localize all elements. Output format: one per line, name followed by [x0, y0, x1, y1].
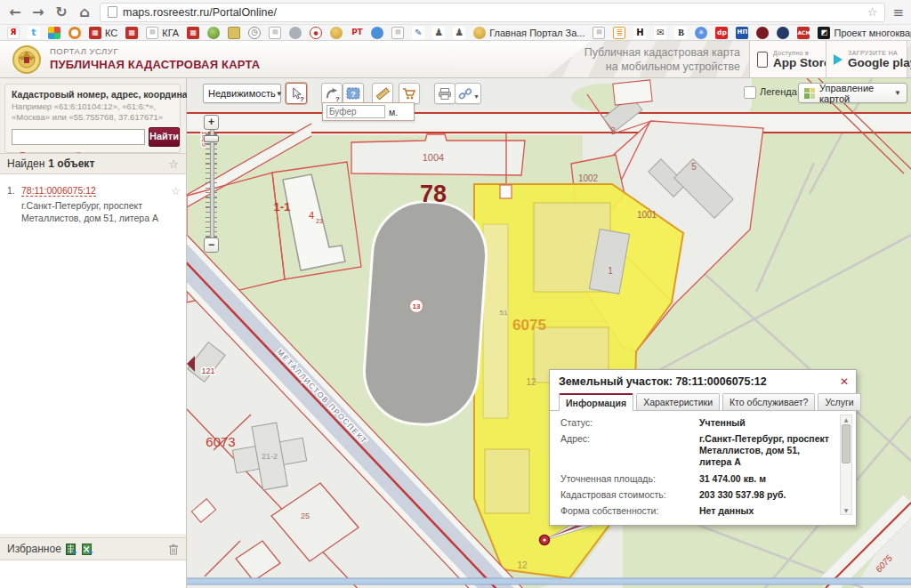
- share-link-button[interactable]: ▼: [455, 83, 481, 104]
- target-red-icon: ●: [310, 27, 322, 39]
- favorite-item-star-icon[interactable]: ☆: [171, 185, 181, 197]
- bookmark-clock[interactable]: ◷: [248, 27, 261, 39]
- sidebar: Кадастровый номер, адрес, координата: На…: [0, 78, 187, 588]
- water-line: [187, 578, 911, 584]
- tab-who-services[interactable]: Кто обслуживает?: [722, 393, 815, 410]
- bookmark-dp[interactable]: dp: [715, 27, 728, 39]
- zoom-in-button[interactable]: +: [204, 115, 219, 130]
- popup-tabs: Информация Характеристики Кто обслуживае…: [559, 393, 856, 410]
- favorite-all-star-icon[interactable]: ☆: [168, 157, 179, 171]
- map-control-button[interactable]: Управление картой ▼: [798, 83, 907, 103]
- bookmark-orange-ring[interactable]: [69, 27, 81, 39]
- measure-tool-button[interactable]: [372, 83, 393, 104]
- bookmark-pin-green[interactable]: [207, 27, 220, 39]
- bookmark-yandex[interactable]: Я: [7, 27, 20, 39]
- bookmark-drop-blue[interactable]: [371, 27, 383, 39]
- zoom-slider-handle[interactable]: [204, 135, 219, 142]
- find-button[interactable]: Найти: [149, 127, 180, 147]
- tab-services[interactable]: Услуги: [818, 393, 860, 410]
- row-label: Уточненная площадь:: [560, 473, 692, 485]
- bookmark-person-1[interactable]: ♟: [432, 27, 445, 39]
- bookmark-np[interactable]: НП: [736, 27, 748, 39]
- bookmark-orn-circle[interactable]: [756, 27, 769, 39]
- url-text[interactable]: maps.rosreestr.ru/PortalOnline/: [123, 6, 277, 19]
- sidebar-footer: [0, 560, 186, 588]
- bookmark-color-grid[interactable]: [48, 27, 60, 39]
- scroll-up-icon[interactable]: ▲: [841, 416, 851, 423]
- bookmark-badge-yellow[interactable]: [228, 27, 240, 39]
- bookmark-twitter[interactable]: t: [28, 27, 40, 39]
- bookmark-coat-of-arms[interactable]: [330, 27, 343, 39]
- sidebar-collapse-arrow[interactable]: [187, 356, 195, 372]
- scroll-thumb[interactable]: [842, 424, 851, 463]
- identify-tool-button[interactable]: ?: [286, 83, 307, 104]
- export-excel-2-icon[interactable]: [82, 544, 93, 555]
- map-marker[interactable]: [540, 536, 550, 545]
- bookmark-asn[interactable]: АСН: [797, 27, 810, 39]
- bookmark-doc-3[interactable]: ▤: [391, 27, 404, 39]
- zoom-slider-track[interactable]: [206, 130, 217, 238]
- bookmark-pencil[interactable]: ✎: [412, 27, 424, 39]
- search-input[interactable]: [12, 129, 145, 145]
- browser-menu-icon[interactable]: ≡: [892, 4, 904, 20]
- info-row-value: Кадастровая стоимость: 203 330 537.98 ру…: [560, 489, 833, 501]
- bookmark-doc-4[interactable]: ▤: [593, 27, 605, 39]
- result-item[interactable]: 1. 78:11:0006075:12 ☆: [7, 185, 181, 197]
- bookmark-sail-dark[interactable]: [777, 27, 789, 39]
- export-excel-icon[interactable]: [66, 544, 77, 555]
- results-header: Найден 1 объект ☆: [0, 153, 186, 174]
- map-label: 13: [413, 302, 421, 310]
- address-bar[interactable]: maps.rosreestr.ru/PortalOnline/ ☆: [100, 3, 885, 22]
- bookmark-person-2[interactable]: ♟: [453, 27, 465, 39]
- print-button[interactable]: [434, 83, 456, 104]
- bookmark-un-globe[interactable]: ✳: [695, 27, 707, 39]
- bookmark-doc-2[interactable]: ▤: [269, 27, 281, 39]
- bookmark-tasks-orange[interactable]: ≣: [613, 27, 625, 39]
- bookmark-pin-gray[interactable]: [289, 27, 302, 39]
- portal-label: ПОРТАЛ УСЛУГ: [50, 46, 260, 56]
- map-viewport[interactable]: 1004781-1423135160751212607321-225121351…: [187, 78, 911, 588]
- badge-yellow-icon: [228, 27, 240, 39]
- close-icon[interactable]: ✕: [840, 375, 849, 388]
- bookmark-mail[interactable]: ✉: [654, 27, 666, 39]
- bookmark-b-letter[interactable]: В: [674, 27, 687, 39]
- stadium-building[interactable]: [360, 198, 489, 428]
- tab-information[interactable]: Информация: [559, 393, 633, 411]
- h-letter-icon: Н: [633, 27, 646, 39]
- tab-characteristics[interactable]: Характеристики: [636, 393, 720, 410]
- layer-select[interactable]: Недвижимость ▼: [203, 84, 281, 103]
- bookmark-star-icon[interactable]: ☆: [867, 5, 878, 19]
- forward-icon[interactable]: →: [30, 5, 46, 20]
- clock-icon: ◷: [248, 27, 261, 39]
- portal-logo-icon: [11, 44, 43, 76]
- buffer-input[interactable]: [327, 105, 385, 118]
- reload-icon[interactable]: ↻: [53, 5, 69, 20]
- home-icon[interactable]: ⌂: [77, 5, 93, 20]
- bookmark-project[interactable]: ◩Проект многокварт...: [818, 27, 911, 39]
- layers-grid-icon: [804, 88, 815, 99]
- bookmark-rt[interactable]: РТ: [351, 27, 363, 39]
- legend-checkbox[interactable]: [744, 86, 756, 99]
- bookmark-red-grid-3[interactable]: ▦: [187, 27, 199, 39]
- row-value: 31 474.00 кв. м: [699, 473, 833, 485]
- area-select-icon: ?: [346, 87, 360, 100]
- bookmark-kga[interactable]: ▤КГА: [146, 27, 179, 39]
- back-icon[interactable]: ←: [7, 5, 23, 20]
- map-label: 1: [608, 266, 613, 276]
- scroll-down-icon[interactable]: ▼: [841, 507, 851, 513]
- cart-icon: [402, 87, 416, 101]
- zoom-out-button[interactable]: −: [204, 238, 219, 253]
- bookmark-ks[interactable]: ▦КС: [89, 27, 117, 39]
- trash-icon[interactable]: [168, 544, 179, 555]
- cart-button[interactable]: [399, 83, 420, 104]
- googleplay-badge[interactable]: ЗАГРУЗИТЕ НА Google play: [826, 41, 907, 77]
- identify-area-button[interactable]: ?: [343, 83, 364, 104]
- bookmark-portal-home[interactable]: Главная Портал За...: [473, 27, 584, 39]
- result-cadastral-link[interactable]: 78:11:0006075:12: [21, 185, 96, 197]
- bookmark-red-grid-2[interactable]: ▦: [125, 27, 138, 39]
- appstore-badge[interactable]: Доступно в App Store: [749, 41, 826, 77]
- popup-scrollbar[interactable]: ▲ ▼: [840, 415, 852, 515]
- bookmark-h-letter[interactable]: Н: [633, 27, 646, 39]
- bookmark-target-red[interactable]: ●: [310, 27, 322, 39]
- identify-radius-button[interactable]: ?: [321, 83, 343, 104]
